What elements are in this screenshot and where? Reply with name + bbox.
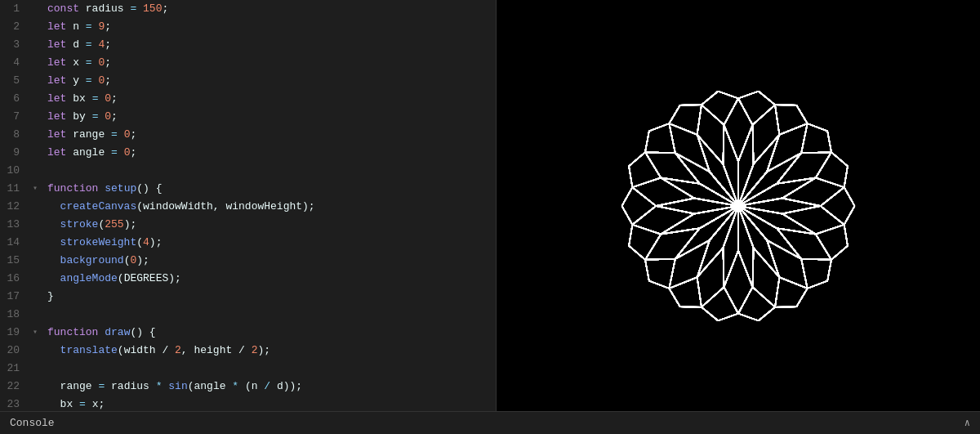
line-content: let by = 0; [41, 108, 118, 126]
line-number: 5 [0, 72, 29, 90]
line-number: 18 [0, 306, 29, 324]
code-line: 22 range = radius * sin(angle * (n / d))… [0, 378, 496, 396]
code-line: 16 angleMode(DEGREES); [0, 270, 496, 288]
main-area: 1 const radius = 150;2 let n = 9;3 let d… [0, 0, 980, 411]
line-number: 21 [0, 360, 29, 378]
code-line: 23 bx = x; [0, 396, 496, 411]
line-number: 8 [0, 126, 29, 144]
line-number: 12 [0, 198, 29, 216]
line-number: 4 [0, 54, 29, 72]
code-line: 7 let by = 0; [0, 108, 496, 126]
code-line: 3 let d = 4; [0, 36, 496, 54]
fold-arrow-icon[interactable]: ▾ [29, 180, 41, 198]
line-number: 2 [0, 18, 29, 36]
line-content: bx = x; [41, 396, 105, 411]
line-content: strokeWeight(4); [41, 234, 162, 252]
line-number: 19 [0, 324, 29, 342]
code-line: 19▾function draw() { [0, 324, 496, 342]
line-number: 13 [0, 216, 29, 234]
line-number: 23 [0, 396, 29, 411]
line-number: 9 [0, 144, 29, 162]
line-content: let d = 4; [41, 36, 111, 54]
line-content: let angle = 0; [41, 144, 136, 162]
canvas-panel [497, 0, 980, 411]
code-line: 20 translate(width / 2, height / 2); [0, 342, 496, 360]
line-content: range = radius * sin(angle * (n / d)); [41, 378, 302, 396]
line-number: 20 [0, 342, 29, 360]
code-area: 1 const radius = 150;2 let n = 9;3 let d… [0, 0, 496, 411]
line-number: 7 [0, 108, 29, 126]
line-number: 17 [0, 288, 29, 306]
line-content: createCanvas(windowWidth, windowHeight); [41, 198, 315, 216]
line-number: 10 [0, 162, 29, 180]
code-line: 11▾function setup() { [0, 180, 496, 198]
code-line: 13 stroke(255); [0, 216, 496, 234]
line-number: 22 [0, 378, 29, 396]
code-line: 6 let bx = 0; [0, 90, 496, 108]
line-number: 6 [0, 90, 29, 108]
line-content: } [41, 288, 54, 306]
line-content: stroke(255); [41, 216, 136, 234]
line-number: 11 [0, 180, 29, 198]
line-content: let y = 0; [41, 72, 111, 90]
line-content: angleMode(DEGREES); [41, 270, 181, 288]
line-number: 14 [0, 234, 29, 252]
code-line: 9 let angle = 0; [0, 144, 496, 162]
code-line: 14 strokeWeight(4); [0, 234, 496, 252]
code-line: 18 [0, 306, 496, 324]
line-content: let range = 0; [41, 126, 136, 144]
code-line: 4 let x = 0; [0, 54, 496, 72]
line-number: 15 [0, 252, 29, 270]
line-content: let bx = 0; [41, 90, 118, 108]
code-line: 17 } [0, 288, 496, 306]
console-bar: Console ∧ [0, 411, 980, 434]
line-number: 16 [0, 270, 29, 288]
fold-arrow-icon[interactable]: ▾ [29, 324, 41, 342]
code-line: 12 createCanvas(windowWidth, windowHeigh… [0, 198, 496, 216]
line-number: 3 [0, 36, 29, 54]
code-line: 21 [0, 360, 496, 378]
code-line: 15 background(0); [0, 252, 496, 270]
line-content: translate(width / 2, height / 2); [41, 342, 270, 360]
console-label: Console [10, 417, 55, 429]
flower-canvas [583, 51, 893, 361]
code-line: 5 let y = 0; [0, 72, 496, 90]
editor-panel: 1 const radius = 150;2 let n = 9;3 let d… [0, 0, 497, 411]
line-content: function setup() { [41, 180, 162, 198]
code-line: 8 let range = 0; [0, 126, 496, 144]
line-content: const radius = 150; [41, 0, 168, 18]
line-content: background(0); [41, 252, 149, 270]
code-line: 2 let n = 9; [0, 18, 496, 36]
line-content: let x = 0; [41, 54, 111, 72]
line-content: function draw() { [41, 324, 156, 342]
code-line: 1 const radius = 150; [0, 0, 496, 18]
line-number: 1 [0, 0, 29, 18]
line-content: let n = 9; [41, 18, 111, 36]
console-chevron-icon[interactable]: ∧ [964, 417, 970, 429]
code-line: 10 [0, 162, 496, 180]
